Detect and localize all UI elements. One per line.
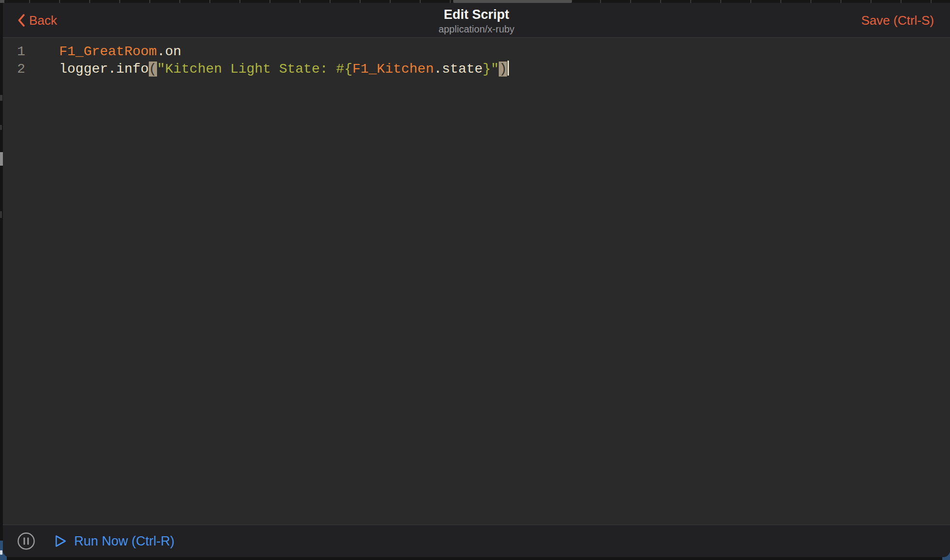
navbar: Back Edit Script application/x-ruby Save… <box>3 3 950 38</box>
background-fragment <box>0 211 2 218</box>
token-atom: F1_Kitchen <box>352 62 434 77</box>
code-text: F1_GreatRoom.on <box>59 43 181 61</box>
mime-type-label: application/x-ruby <box>3 23 950 35</box>
code-lines: 1F1_GreatRoom.on2logger.info("Kitchen Li… <box>3 43 950 78</box>
line-number: 2 <box>3 61 25 78</box>
pause-circle-icon[interactable] <box>17 532 35 550</box>
title-block: Edit Script application/x-ruby <box>3 7 950 35</box>
back-button[interactable]: Back <box>17 14 57 27</box>
token-string: }" <box>483 62 499 77</box>
line-number: 1 <box>3 43 25 61</box>
token-bracket: ( <box>149 62 157 77</box>
page-title: Edit Script <box>3 7 950 22</box>
token-plain: .state <box>434 62 483 77</box>
code-line[interactable]: 2logger.info("Kitchen Light State: #{F1_… <box>3 61 950 78</box>
save-button[interactable]: Save (Ctrl-S) <box>861 14 934 27</box>
background-white-mark <box>0 550 2 555</box>
run-now-label: Run Now (Ctrl-R) <box>74 535 174 548</box>
token-bracket: ) <box>499 62 507 77</box>
edit-script-modal: Back Edit Script application/x-ruby Save… <box>3 3 950 557</box>
play-icon <box>55 534 67 548</box>
chevron-left-icon <box>17 14 25 27</box>
bottom-toolbar: Run Now (Ctrl-R) <box>3 525 950 557</box>
text-cursor <box>507 61 509 76</box>
token-plain: logger.info <box>59 62 149 77</box>
back-button-label: Back <box>29 14 57 27</box>
token-string: "Kitchen Light State: <box>157 62 336 77</box>
token-atom: F1_GreatRoom <box>59 44 157 59</box>
code-text: logger.info("Kitchen Light State: #{F1_K… <box>59 61 509 78</box>
background-fragment <box>0 125 2 130</box>
background-fragment <box>0 95 2 101</box>
code-editor[interactable]: 1F1_GreatRoom.on2logger.info("Kitchen Li… <box>3 38 950 525</box>
run-now-button[interactable]: Run Now (Ctrl-R) <box>55 534 174 548</box>
token-plain: .on <box>157 44 181 59</box>
token-string: #{ <box>336 62 352 77</box>
code-line[interactable]: 1F1_GreatRoom.on <box>3 43 950 61</box>
